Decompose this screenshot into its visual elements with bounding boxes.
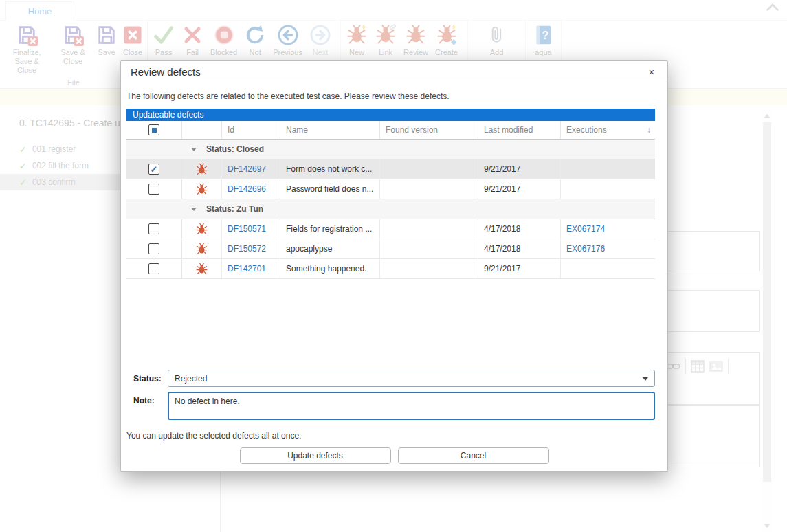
table-row[interactable]: DF150571Fields for registration ...4/17/… [126, 219, 655, 239]
table-group-label: Status: Zu Tun [206, 204, 263, 214]
table-group-row[interactable]: Status: Zu Tun [126, 199, 655, 219]
defect-name: apocaplypse [280, 239, 380, 258]
column-header-last-modified[interactable]: Last modified [478, 121, 561, 139]
column-header-executions[interactable]: Executions ↓ [561, 121, 655, 139]
defect-id-link[interactable]: DF150572 [228, 244, 266, 254]
defect-last-modified: 9/21/2017 [478, 259, 561, 278]
table-group-label: Status: Closed [206, 144, 264, 154]
defect-found-version [380, 159, 478, 179]
column-header-id[interactable]: Id [222, 121, 280, 139]
table-row[interactable]: ✓DF142697Form does not work c...9/21/201… [126, 159, 655, 179]
table-row[interactable]: DF150572apocaplypse4/17/2018EX067176 [126, 239, 655, 259]
defects-table: Updateable defects Id Name Found version… [126, 109, 655, 279]
bug-icon [182, 179, 222, 199]
row-checkbox[interactable] [126, 179, 182, 199]
bug-icon [182, 159, 222, 179]
dialog-button-row: Update defects Cancel [121, 447, 667, 464]
defect-id-link[interactable]: DF142701 [228, 264, 266, 274]
defect-name: Fields for registration ... [280, 219, 380, 239]
note-label: Note: [126, 392, 168, 420]
defect-id-link[interactable]: DF142696 [228, 184, 266, 194]
defect-name: Password field does n... [280, 179, 380, 199]
defect-found-version [380, 179, 478, 199]
status-dropdown[interactable]: Rejected [168, 370, 655, 387]
chevron-down-icon [643, 377, 648, 381]
note-field-row: Note: No defect in here. [126, 392, 655, 420]
defect-id-link[interactable]: DF142697 [228, 164, 266, 174]
table-group-row[interactable]: Status: Closed [126, 140, 655, 159]
table-row[interactable]: DF142696Password field does n...9/21/201… [126, 179, 655, 199]
bug-icon [182, 259, 222, 278]
defect-found-version [380, 259, 478, 278]
note-input[interactable]: No defect in here. [168, 392, 655, 420]
row-checkbox[interactable] [126, 259, 182, 278]
defect-last-modified: 9/21/2017 [478, 159, 561, 179]
defect-id-link[interactable]: DF150571 [228, 224, 266, 234]
status-field-row: Status: Rejected [126, 370, 655, 387]
column-header-found-version[interactable]: Found version [380, 121, 478, 139]
bug-icon [182, 239, 222, 258]
row-checkbox[interactable] [126, 239, 182, 258]
column-header-icon[interactable] [182, 121, 222, 139]
dialog-title: Review defects [131, 66, 645, 78]
checkmark-icon: ✓ [151, 165, 158, 174]
dialog-intro-text: The following defects are related to the… [126, 91, 667, 101]
defect-name: Something happened. [280, 259, 380, 278]
review-defects-dialog: Review defects × The following defects a… [120, 60, 668, 472]
dialog-helper-text: You can update the selected defects all … [126, 431, 301, 441]
defect-last-modified: 9/21/2017 [478, 179, 561, 199]
table-caption: Updateable defects [126, 109, 655, 121]
close-icon[interactable]: × [645, 66, 658, 78]
status-label: Status: [126, 374, 168, 384]
execution-link[interactable]: EX067176 [566, 244, 605, 254]
update-defects-button[interactable]: Update defects [240, 447, 391, 464]
collapse-triangle-icon[interactable] [191, 148, 197, 151]
bug-icon [182, 219, 222, 239]
defect-found-version [380, 239, 478, 258]
collapse-triangle-icon[interactable] [191, 208, 197, 211]
defect-last-modified: 4/17/2018 [478, 219, 561, 239]
defect-name: Form does not work c... [280, 159, 380, 179]
row-checkbox[interactable]: ✓ [126, 159, 182, 179]
select-all-checkbox[interactable] [126, 121, 182, 139]
column-header-name[interactable]: Name [280, 121, 380, 139]
dialog-title-bar: Review defects × [121, 61, 667, 82]
table-row[interactable]: DF142701Something happened.9/21/2017 [126, 259, 655, 279]
cancel-button[interactable]: Cancel [398, 447, 549, 464]
defect-found-version [380, 219, 478, 239]
execution-link[interactable]: EX067174 [566, 224, 605, 234]
table-header-row: Id Name Found version Last modified Exec… [126, 121, 655, 140]
status-dropdown-value: Rejected [175, 374, 207, 384]
defect-last-modified: 4/17/2018 [478, 239, 561, 258]
sort-descending-icon[interactable]: ↓ [647, 125, 651, 135]
row-checkbox[interactable] [126, 219, 182, 239]
